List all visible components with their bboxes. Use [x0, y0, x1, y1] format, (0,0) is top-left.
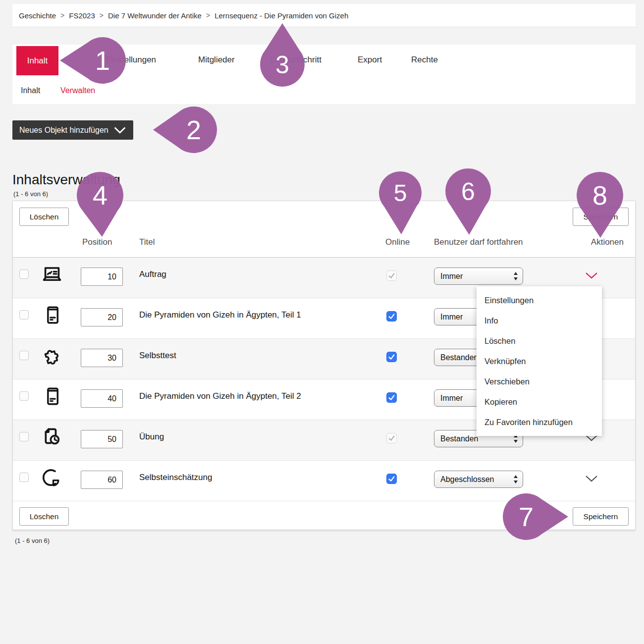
select-arrows-icon [513, 271, 518, 281]
position-input[interactable] [81, 471, 123, 489]
breadcrumb-item[interactable]: FS2023 [69, 11, 95, 20]
online-checkbox[interactable] [386, 392, 397, 403]
tab-export[interactable]: Export [358, 45, 382, 75]
row-title-link[interactable]: Selbsteinschätzung [139, 473, 212, 483]
online-checkbox[interactable] [386, 311, 397, 322]
menu-item-kopieren[interactable]: Kopieren [477, 392, 602, 412]
tab-bar: Inhalt Einstellungen Mitglieder Lernfort… [12, 45, 636, 77]
position-input[interactable] [81, 308, 123, 326]
menu-item-verschieben[interactable]: Verschieben [477, 372, 602, 392]
column-header-benutzer-darf-fortfahren: Benutzer darf fortfahren [434, 237, 523, 247]
learning-module-icon [42, 385, 63, 407]
online-checkbox-disabled [386, 270, 397, 281]
actions-chevron-open-icon[interactable] [585, 271, 598, 279]
menu-item-info[interactable]: Info [477, 311, 602, 331]
delete-button-top[interactable]: Löschen [19, 208, 69, 226]
row-select-checkbox[interactable] [19, 391, 29, 401]
table-footer [13, 501, 635, 530]
breadcrumb-separator: > [100, 11, 104, 19]
continue-select[interactable]: Abgeschlossen [434, 471, 523, 488]
result-range-top: (1 - 6 von 6) [13, 190, 48, 198]
tab-mitglieder[interactable]: Mitglieder [198, 45, 235, 75]
tab-lernfortschritt[interactable]: Lernfortschritt [270, 45, 322, 75]
online-checkbox[interactable] [386, 474, 397, 484]
column-header-online: Online [385, 237, 410, 247]
row-select-checkbox[interactable] [19, 473, 29, 482]
row-title-link[interactable]: Die Pyramiden von Gizeh in Ägypten, Teil… [139, 310, 301, 320]
learning-module-icon [42, 304, 63, 326]
actions-dropdown-menu: Einstellungen Info Löschen Verknüpfen Ve… [477, 286, 602, 436]
column-header-titel: Titel [139, 237, 155, 247]
tab-einstellungen[interactable]: Einstellungen [106, 45, 156, 75]
callout-2-number: 2 [186, 115, 201, 145]
menu-item-zu-favoriten[interactable]: Zu Favoriten hinzufügen [477, 412, 602, 432]
row-select-checkbox[interactable] [19, 269, 29, 279]
select-arrows-icon [513, 475, 518, 484]
row-title-link[interactable]: Selbsttest [139, 351, 176, 361]
breadcrumb: Geschichte > FS2023 > Die 7 Weltwunder d… [12, 4, 636, 27]
tab-inhalt[interactable]: Inhalt [16, 46, 58, 75]
result-range-bottom: (1 - 6 von 6) [15, 537, 50, 544]
position-input[interactable] [81, 430, 123, 448]
row-select-checkbox[interactable] [19, 351, 29, 360]
subtab-verwalten[interactable]: Verwalten [60, 77, 95, 104]
row-title-link[interactable]: Auftrag [139, 269, 166, 279]
position-input[interactable] [81, 389, 123, 408]
breadcrumb-separator: > [206, 11, 210, 19]
position-input[interactable] [81, 268, 123, 286]
puzzle-icon [41, 345, 63, 368]
chevron-down-icon [113, 126, 126, 134]
tab-rechte[interactable]: Rechte [411, 45, 438, 75]
breadcrumb-item-current[interactable]: Lernsequenz - Die Pyramiden von Gizeh [215, 11, 348, 20]
column-header-aktionen: Aktionen [591, 237, 624, 247]
save-button-bottom[interactable]: Speichern [573, 507, 629, 526]
breadcrumb-item[interactable]: Geschichte [19, 11, 56, 20]
breadcrumb-separator: > [60, 11, 64, 19]
save-button-top[interactable]: Speichern [573, 208, 629, 226]
delete-button-bottom[interactable]: Löschen [19, 507, 69, 526]
menu-item-loeschen[interactable]: Löschen [477, 331, 602, 351]
add-object-button[interactable]: Neues Objekt hinzufügen [12, 120, 133, 140]
exercise-clock-icon [41, 426, 63, 449]
row-select-checkbox[interactable] [19, 432, 29, 441]
row-title-link[interactable]: Die Pyramiden von Gizeh in Ägypten, Teil… [139, 391, 301, 401]
row-select-checkbox[interactable] [19, 310, 29, 320]
continue-select[interactable]: Immer [434, 268, 523, 285]
table-row: Selbsteinschätzung Abgeschlossen [13, 460, 635, 501]
breadcrumb-item[interactable]: Die 7 Weltwunder der Antike [108, 11, 202, 20]
row-title-link[interactable]: Übung [139, 432, 164, 442]
online-checkbox-disabled [386, 433, 397, 443]
online-checkbox[interactable] [386, 352, 397, 362]
laptop-chart-icon [41, 264, 63, 287]
subtab-inhalt[interactable]: Inhalt [21, 77, 40, 104]
subtab-bar: Inhalt Verwalten [12, 77, 636, 104]
actions-chevron-icon[interactable] [585, 475, 598, 483]
survey-icon [41, 467, 63, 490]
column-header-position: Position [82, 237, 112, 247]
menu-item-einstellungen[interactable]: Einstellungen [477, 290, 602, 311]
page-title: Inhaltsverwaltung [12, 171, 120, 188]
menu-item-verknuepfen[interactable]: Verknüpfen [477, 351, 602, 372]
position-input[interactable] [81, 349, 123, 367]
callout-2-marker [153, 107, 217, 153]
